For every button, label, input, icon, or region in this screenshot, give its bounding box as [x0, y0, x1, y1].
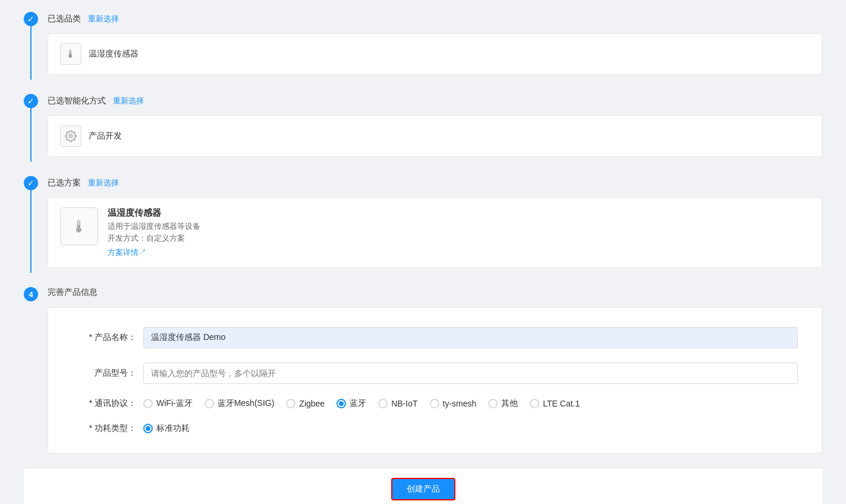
product-name-row: * 产品名称：	[72, 327, 798, 348]
protocol-bt-dot	[339, 401, 344, 406]
protocol-zigbee-circle	[286, 399, 295, 408]
step2-indicator: ✓	[24, 94, 38, 162]
protocol-ty-smesh-label: ty-smesh	[443, 399, 477, 408]
protocol-nb-iot-circle	[378, 399, 388, 408]
step1-section: ✓ 已选品类 重新选择 🌡 温湿度传感器	[24, 12, 822, 80]
protocol-lte-cat1-label: LTE Cat.1	[543, 399, 580, 408]
step2-line	[30, 108, 32, 162]
solution-icon: 🌡	[60, 207, 98, 245]
step1-line	[30, 26, 32, 80]
step3-reselect[interactable]: 重新选择	[88, 178, 119, 188]
step3-section: ✓ 已选方案 重新选择 🌡 温湿度传感器 适用于温湿度传感器等设备 开发方式：自…	[24, 176, 822, 273]
step3-line	[30, 190, 32, 273]
solution-name: 温湿度传感器	[108, 207, 810, 219]
protocol-nb-iot-label: NB-IoT	[391, 399, 417, 408]
product-name-label-text: * 产品名称：	[89, 332, 136, 342]
product-model-label-text: 产品型号：	[95, 368, 136, 377]
step3-card: 🌡 温湿度传感器 适用于温湿度传感器等设备 开发方式：自定义方案 方案详情↗	[48, 197, 822, 268]
protocol-other-circle	[488, 399, 498, 408]
solution-card: 🌡 温湿度传感器 适用于温湿度传感器等设备 开发方式：自定义方案 方案详情↗	[60, 207, 810, 258]
step3-title: 已选方案	[48, 178, 81, 188]
step2-title: 已选智能化方式	[48, 96, 106, 106]
thermometer-icon: 🌡	[60, 43, 81, 65]
protocol-zigbee[interactable]: Zigbee	[286, 399, 325, 408]
step2-simple-card: 产品开发	[60, 125, 810, 147]
step4-header: 完善产品信息	[48, 287, 822, 298]
product-model-input[interactable]	[143, 363, 798, 384]
bottom-bar: 创建产品	[24, 468, 822, 504]
product-name-input[interactable]	[143, 327, 798, 348]
protocol-bt-mesh-label: 蓝牙Mesh(SIG)	[218, 398, 275, 409]
protocol-other[interactable]: 其他	[488, 398, 518, 409]
power-standard-label: 标准功耗	[156, 423, 190, 434]
product-name-label: * 产品名称：	[72, 332, 143, 343]
step2-section: ✓ 已选智能化方式 重新选择 产品开发	[24, 94, 822, 162]
step3-header: 已选方案 重新选择	[48, 176, 822, 190]
power-standard-dot	[146, 426, 150, 431]
protocol-other-label: 其他	[501, 398, 518, 409]
step2-reselect[interactable]: 重新选择	[113, 96, 144, 106]
protocol-bt[interactable]: 蓝牙	[336, 398, 366, 409]
protocol-label: * 通讯协议：	[72, 398, 143, 409]
step1-indicator: ✓	[24, 12, 38, 80]
create-product-button[interactable]: 创建产品	[391, 478, 455, 500]
solution-desc2: 开发方式：自定义方案	[108, 233, 810, 244]
step2-card: 产品开发	[48, 115, 822, 157]
step2-circle: ✓	[24, 94, 38, 108]
protocol-lte-cat1-circle	[530, 399, 539, 408]
power-label: * 功耗类型：	[72, 423, 143, 434]
power-row: * 功耗类型： 标准功耗	[72, 423, 798, 434]
product-model-label: 产品型号：	[72, 368, 143, 379]
step1-title: 已选品类	[48, 14, 81, 24]
step1-reselect[interactable]: 重新选择	[88, 14, 119, 24]
protocol-label-text: * 通讯协议：	[89, 398, 136, 408]
protocol-lte-cat1[interactable]: LTE Cat.1	[530, 399, 580, 408]
gear-icon	[60, 125, 81, 147]
step4-circle: 4	[24, 287, 38, 301]
step4-content: 完善产品信息 * 产品名称： 产品型号：	[48, 287, 822, 453]
power-standard[interactable]: 标准功耗	[143, 423, 190, 434]
step4-title: 完善产品信息	[48, 287, 98, 298]
step1-card: 🌡 温湿度传感器	[48, 33, 822, 75]
protocol-radio-group: WiFi-蓝牙 蓝牙Mesh(SIG) Zigbee	[143, 398, 580, 409]
form-card: * 产品名称： 产品型号： * 通讯协议：	[48, 307, 822, 453]
protocol-wifi-bt[interactable]: WiFi-蓝牙	[143, 398, 193, 409]
protocol-wifi-bt-label: WiFi-蓝牙	[156, 398, 193, 409]
protocol-row: * 通讯协议： WiFi-蓝牙 蓝牙Mesh(SIG)	[72, 398, 798, 409]
step2-header: 已选智能化方式 重新选择	[48, 94, 822, 108]
power-standard-circle	[143, 424, 153, 433]
protocol-bt-circle	[336, 399, 346, 408]
step3-circle: ✓	[24, 176, 38, 190]
step1-card-label: 温湿度传感器	[89, 49, 139, 59]
power-radio-group: 标准功耗	[143, 423, 190, 434]
step1-simple-card: 🌡 温湿度传感器	[60, 43, 810, 65]
protocol-wifi-bt-circle	[143, 399, 153, 408]
protocol-bt-label: 蓝牙	[350, 398, 366, 409]
step2-content: 已选智能化方式 重新选择 产品开发	[48, 94, 822, 162]
step4-section: 4 完善产品信息 * 产品名称： 产品型号：	[24, 287, 822, 453]
step1-circle: ✓	[24, 12, 38, 26]
svg-point-0	[70, 135, 73, 138]
protocol-ty-smesh-circle	[430, 399, 439, 408]
solution-link[interactable]: 方案详情↗	[108, 247, 146, 258]
solution-info: 温湿度传感器 适用于温湿度传感器等设备 开发方式：自定义方案 方案详情↗	[108, 207, 810, 258]
step3-content: 已选方案 重新选择 🌡 温湿度传感器 适用于温湿度传感器等设备 开发方式：自定义…	[48, 176, 822, 273]
step2-card-label: 产品开发	[89, 131, 122, 141]
protocol-bt-mesh-circle	[205, 399, 214, 408]
solution-desc1: 适用于温湿度传感器等设备	[108, 221, 810, 232]
protocol-nb-iot[interactable]: NB-IoT	[378, 399, 417, 408]
step4-indicator: 4	[24, 287, 38, 453]
protocol-ty-smesh[interactable]: ty-smesh	[430, 399, 477, 408]
product-model-row: 产品型号：	[72, 363, 798, 384]
step3-indicator: ✓	[24, 176, 38, 273]
step1-header: 已选品类 重新选择	[48, 12, 822, 26]
power-label-text: * 功耗类型：	[89, 423, 136, 433]
protocol-bt-mesh[interactable]: 蓝牙Mesh(SIG)	[205, 398, 275, 409]
step1-content: 已选品类 重新选择 🌡 温湿度传感器	[48, 12, 822, 80]
page-container: ✓ 已选品类 重新选择 🌡 温湿度传感器 ✓	[0, 0, 846, 504]
protocol-zigbee-label: Zigbee	[299, 399, 325, 408]
